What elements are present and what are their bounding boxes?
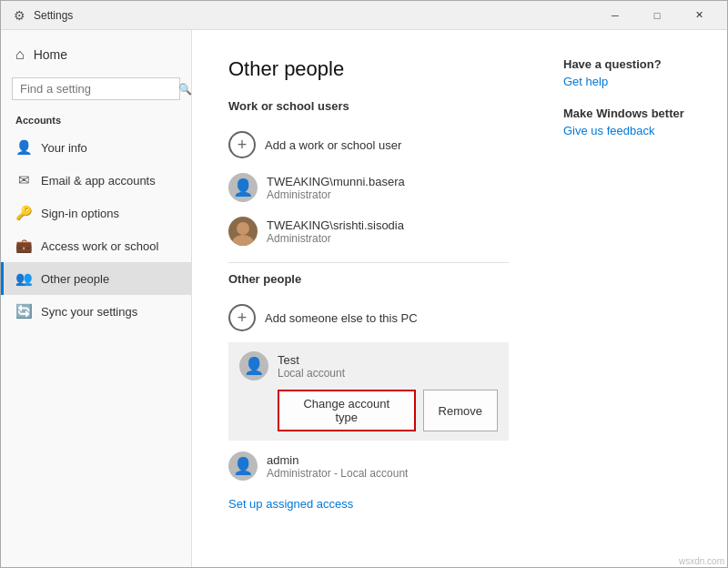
expanded-user-buttons: Change account type Remove (239, 390, 498, 431)
admin-user-name: admin (267, 453, 408, 467)
work-user-info-1: TWEAKING\srishti.sisodia Administrator (267, 218, 404, 245)
work-user-sub-0: Administrator (267, 188, 405, 201)
add-work-circle: + (228, 131, 256, 158)
sidebar-item-your-info[interactable]: 👤 Your info (1, 131, 191, 164)
people-icon: 👥 (15, 270, 32, 287)
titlebar: ⚙ Settings ─ □ ✕ (1, 1, 727, 30)
right-panel: Have a question? Get help Make Windows b… (545, 30, 727, 567)
add-other-item[interactable]: + Add someone else to this PC (228, 297, 509, 339)
test-user-name: Test (278, 353, 345, 367)
search-box[interactable]: 🔍 (12, 77, 180, 100)
sidebar-item-sign-in[interactable]: 🔑 Sign-in options (1, 197, 191, 229)
help-section: Have a question? Get help (563, 57, 709, 88)
work-section-title: Work or school users (228, 99, 509, 113)
change-account-type-button[interactable]: Change account type (278, 390, 416, 431)
work-user-0[interactable]: 👤 TWEAKING\munni.basera Administrator (228, 166, 509, 209)
sidebar-item-label: Sign-in options (41, 207, 119, 220)
work-user-1[interactable]: TWEAKING\srishti.sisodia Administrator (228, 209, 509, 253)
setup-assigned-access-link[interactable]: Set up assigned access (228, 497, 509, 511)
sidebar-item-label: Other people (41, 272, 109, 286)
search-input[interactable] (20, 82, 173, 96)
sidebar-item-label: Sync your settings (41, 305, 137, 319)
add-work-item[interactable]: + Add a work or school user (228, 124, 509, 166)
admin-user-info: admin Administrator - Local account (267, 453, 408, 480)
divider (228, 262, 509, 263)
add-other-circle: + (228, 304, 256, 331)
get-help-link[interactable]: Get help (563, 75, 709, 88)
email-icon: ✉ (15, 172, 32, 188)
work-user-avatar-0: 👤 (228, 173, 258, 202)
briefcase-icon: 💼 (15, 238, 32, 254)
settings-window: ⚙ Settings ─ □ ✕ ⌂ Home 🔍 Accounts 👤 You… (0, 0, 728, 568)
titlebar-left: ⚙ Settings (12, 8, 73, 23)
search-icon: 🔍 (178, 83, 192, 96)
your-info-icon: 👤 (15, 139, 32, 156)
add-work-label: Add a work or school user (265, 138, 401, 152)
remove-user-button[interactable]: Remove (423, 390, 498, 431)
sidebar-item-label: Email & app accounts (41, 174, 156, 188)
sidebar-item-label: Access work or school (41, 239, 158, 253)
svg-point-1 (232, 235, 254, 246)
feedback-title: Make Windows better (563, 106, 709, 120)
test-user-sub: Local account (278, 367, 345, 380)
help-title: Have a question? (563, 57, 709, 71)
work-user-name-1: TWEAKING\srishti.sisodia (267, 218, 404, 232)
work-user-sub-1: Administrator (267, 232, 404, 245)
sidebar-item-label: Your info (41, 141, 87, 155)
add-other-label: Add someone else to this PC (265, 311, 418, 325)
sidebar-item-sync-settings[interactable]: 🔄 Sync your settings (1, 295, 191, 328)
work-user-name-0: TWEAKING\munni.basera (267, 175, 405, 188)
feedback-link[interactable]: Give us feedback (563, 124, 709, 137)
titlebar-title: Settings (34, 9, 73, 22)
svg-point-0 (237, 222, 249, 235)
minimize-button[interactable]: ─ (594, 1, 636, 30)
sidebar-home-label: Home (34, 47, 67, 62)
settings-icon: ⚙ (12, 8, 26, 23)
sidebar-item-email-app[interactable]: ✉ Email & app accounts (1, 164, 191, 197)
titlebar-controls: ─ □ ✕ (594, 1, 720, 30)
sidebar-item-work-school[interactable]: 💼 Access work or school (1, 229, 191, 262)
admin-avatar: 👤 (228, 451, 258, 481)
expanded-user-test: 👤 Test Local account Change account type… (228, 342, 509, 441)
work-user-info-0: TWEAKING\munni.basera Administrator (267, 175, 405, 201)
feedback-section: Make Windows better Give us feedback (563, 106, 709, 137)
content-area: ⌂ Home 🔍 Accounts 👤 Your info ✉ Email & … (1, 30, 727, 567)
sync-icon: 🔄 (15, 303, 32, 320)
main-content: Other people Work or school users + Add … (192, 30, 545, 567)
maximize-button[interactable]: □ (636, 1, 678, 30)
home-icon: ⌂ (15, 46, 25, 63)
sidebar-item-other-people[interactable]: 👥 Other people (1, 262, 191, 295)
other-section-title: Other people (228, 272, 509, 286)
sidebar-home[interactable]: ⌂ Home (1, 37, 191, 72)
admin-user-sub: Administrator - Local account (267, 467, 408, 480)
test-user-info: Test Local account (278, 353, 345, 380)
key-icon: 🔑 (15, 205, 32, 221)
admin-user[interactable]: 👤 admin Administrator - Local account (228, 444, 509, 488)
page-title: Other people (228, 57, 509, 81)
watermark: wsxdn.com (679, 556, 724, 566)
sidebar-section-title: Accounts (1, 111, 191, 131)
sidebar: ⌂ Home 🔍 Accounts 👤 Your info ✉ Email & … (1, 30, 192, 567)
expanded-user-header: 👤 Test Local account (239, 351, 498, 380)
close-button[interactable]: ✕ (678, 1, 720, 30)
work-user-avatar-1 (228, 217, 258, 246)
test-user-avatar: 👤 (239, 351, 268, 380)
